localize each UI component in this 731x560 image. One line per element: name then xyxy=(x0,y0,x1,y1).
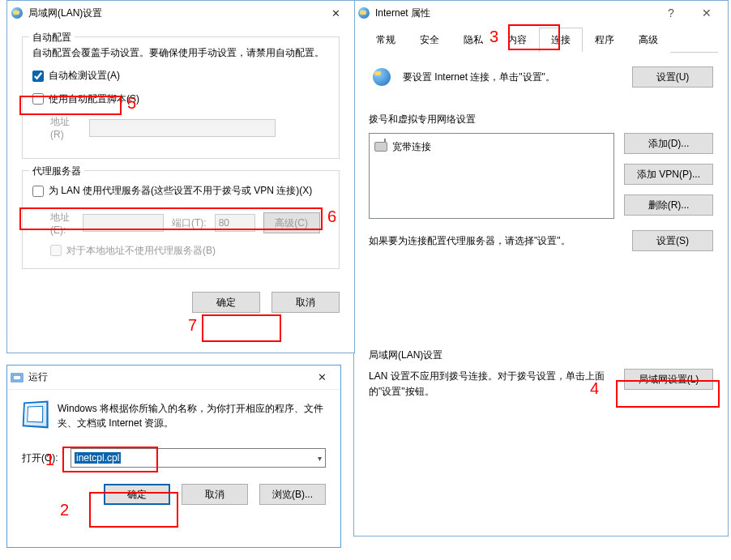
auto-detect-label: 自动检测设置(A) xyxy=(49,69,120,83)
auto-script-checkbox[interactable]: 使用自动配置脚本(S) xyxy=(32,92,139,106)
auto-config-desc: 自动配置会覆盖手动设置。要确保使用手动设置，请禁用自动配置。 xyxy=(32,45,329,61)
inet-titlebar: Internet 属性 ? ✕ xyxy=(354,1,728,25)
dialup-listbox[interactable]: 宽带连接 xyxy=(369,133,614,219)
auto-addr-input xyxy=(89,119,276,137)
lan-icon xyxy=(11,6,24,19)
run-cancel-button[interactable]: 取消 xyxy=(182,484,248,505)
run-logo-icon xyxy=(22,401,48,430)
run-dialog-icon xyxy=(11,371,24,384)
add-dialup-button[interactable]: 添加(D)... xyxy=(624,133,713,154)
use-proxy-label: 为 LAN 使用代理服务器(这些设置不用于拨号或 VPN 连接)(X) xyxy=(49,184,312,198)
proxy-addr-label: 地址(E): xyxy=(32,211,75,236)
use-proxy-checkbox[interactable]: 为 LAN 使用代理服务器(这些设置不用于拨号或 VPN 连接)(X) xyxy=(32,184,312,198)
auto-addr-label: 地址(R) xyxy=(32,115,81,140)
inet-tabs: 常规 安全 隐私 内容 连接 程序 高级 xyxy=(364,27,718,53)
lan-section-legend: 局域网(LAN)设置 xyxy=(369,348,713,362)
run-title: 运行 xyxy=(28,370,306,384)
proxy-legend: 代理服务器 xyxy=(29,165,84,178)
auto-config-legend: 自动配置 xyxy=(29,31,75,45)
lan-ok-button[interactable]: 确定 xyxy=(192,292,260,313)
proxy-advanced-button: 高级(C) xyxy=(263,212,320,233)
bypass-local-checkbox: 对于本地地址不使用代理服务器(B) xyxy=(50,244,216,258)
run-browse-button[interactable]: 浏览(B)... xyxy=(259,484,326,505)
run-desc: Windows 将根据你所输入的名称，为你打开相应的程序、文件夹、文档或 Int… xyxy=(58,401,326,430)
tab-programs[interactable]: 程序 xyxy=(583,28,626,53)
auto-config-fieldset: 自动配置 自动配置会覆盖手动设置。要确保使用手动设置，请禁用自动配置。 自动检测… xyxy=(22,36,340,159)
proxy-config-text: 如果要为连接配置代理服务器，请选择"设置"。 xyxy=(369,234,624,248)
setup-text: 要设置 Internet 连接，单击"设置"。 xyxy=(403,71,624,84)
dialup-item-label: 宽带连接 xyxy=(392,140,431,154)
lan-settings-button[interactable]: 局域网设置(L) xyxy=(624,369,713,390)
tab-content[interactable]: 内容 xyxy=(495,28,539,53)
lan-titlebar: 局域网(LAN)设置 ✕ xyxy=(7,1,354,25)
close-icon[interactable]: ✕ xyxy=(689,2,725,24)
remove-dialup-button[interactable]: 删除(R)... xyxy=(624,195,713,216)
tab-connections[interactable]: 连接 xyxy=(539,28,583,53)
proxy-port-label: 端口(T): xyxy=(172,216,207,230)
dialup-fieldset: 拨号和虚拟专用网络设置 宽带连接 添加(D)... 添加 VPN(P)... 删… xyxy=(369,113,713,251)
lan-cancel-button[interactable]: 取消 xyxy=(271,292,340,313)
internet-options-icon xyxy=(357,6,370,19)
run-open-value: inetcpl.cpl xyxy=(75,452,121,464)
lan-section-text: LAN 设置不应用到拨号连接。对于拨号设置，单击上面的"设置"按钮。 xyxy=(369,369,616,400)
chevron-down-icon[interactable]: ▾ xyxy=(318,454,322,463)
run-open-label: 打开(O): xyxy=(22,451,61,465)
bypass-local-input xyxy=(50,245,62,256)
lan-title: 局域网(LAN)设置 xyxy=(28,6,320,20)
connection-wizard-icon xyxy=(369,64,395,90)
inet-title: Internet 属性 xyxy=(375,6,653,20)
auto-detect-input[interactable] xyxy=(32,71,44,82)
proxy-port-input xyxy=(215,214,255,232)
setup-button[interactable]: 设置(U) xyxy=(632,66,713,88)
run-titlebar: 运行 ✕ xyxy=(7,365,340,390)
modem-icon xyxy=(374,142,387,152)
tab-security[interactable]: 安全 xyxy=(408,28,451,53)
help-button[interactable]: ? xyxy=(653,2,689,24)
dialup-legend: 拨号和虚拟专用网络设置 xyxy=(369,113,713,126)
bypass-local-label: 对于本地地址不使用代理服务器(B) xyxy=(66,244,216,258)
auto-detect-checkbox[interactable]: 自动检测设置(A) xyxy=(32,69,120,83)
tab-advanced[interactable]: 高级 xyxy=(626,28,670,53)
svg-rect-1 xyxy=(13,375,21,380)
close-icon[interactable]: ✕ xyxy=(306,368,337,387)
proxy-fieldset: 代理服务器 为 LAN 使用代理服务器(这些设置不用于拨号或 VPN 连接)(X… xyxy=(22,170,340,269)
use-proxy-input[interactable] xyxy=(32,186,44,197)
add-vpn-button[interactable]: 添加 VPN(P)... xyxy=(624,164,713,185)
lan-section-fieldset: 局域网(LAN)设置 LAN 设置不应用到拨号连接。对于拨号设置，单击上面的"设… xyxy=(369,348,713,400)
dialup-list-item[interactable]: 宽带连接 xyxy=(374,139,609,155)
auto-script-input[interactable] xyxy=(32,93,44,105)
tab-general[interactable]: 常规 xyxy=(364,28,408,53)
close-icon[interactable]: ✕ xyxy=(320,3,351,23)
proxy-addr-input xyxy=(83,214,164,232)
tab-privacy[interactable]: 隐私 xyxy=(451,28,495,53)
auto-script-label: 使用自动配置脚本(S) xyxy=(49,92,139,106)
run-ok-button[interactable]: 确定 xyxy=(104,484,170,505)
run-open-combo[interactable]: inetcpl.cpl ▾ xyxy=(71,448,326,468)
dialup-settings-button[interactable]: 设置(S) xyxy=(632,230,713,251)
